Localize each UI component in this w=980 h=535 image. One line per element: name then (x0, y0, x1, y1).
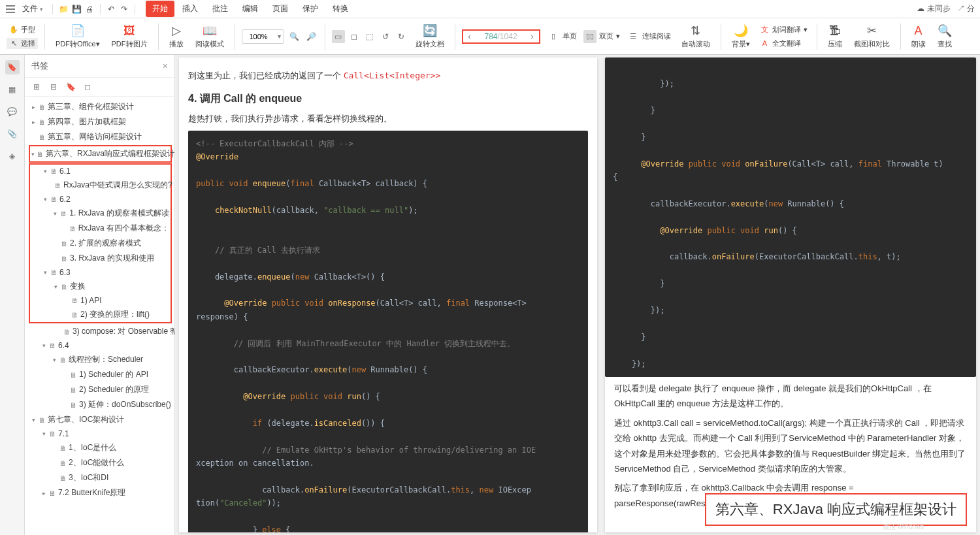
find-button[interactable]: 🔍查找 (934, 22, 956, 50)
zoom-control[interactable]: ▾ (242, 29, 284, 44)
ribbon-tabs: 开始 插入 批注 编辑 页面 保护 转换 (146, 1, 355, 17)
bookmark-item[interactable]: 🗎2) Scheduler 的原理 (29, 382, 174, 397)
double-page-label: 双页 (599, 31, 613, 41)
actual-size-icon[interactable]: ⬚ (363, 30, 376, 43)
document-viewport[interactable]: 到这里为止，我们已经成功的返回了一个 Call<List<Integer>> 4… (175, 55, 980, 535)
background-button[interactable]: 🌙背景▾ (728, 22, 754, 50)
bookmark-item[interactable]: ▾🗎变换 (30, 279, 171, 294)
thumbnail-icon[interactable]: ▦ (5, 82, 20, 97)
collapse-all-icon[interactable]: ⊟ (48, 82, 59, 92)
play-button[interactable]: ▷播放 (165, 22, 188, 50)
expand-all-icon[interactable]: ⊞ (31, 82, 42, 92)
close-panel-icon[interactable]: × (163, 61, 168, 71)
bookmark-item[interactable]: ▸🗎第三章、组件化框架设计 (29, 99, 174, 114)
zoom-in-icon[interactable]: 🔎 (305, 30, 318, 43)
bookmark-item[interactable]: ▸🗎第四章、图片加载框架 (29, 114, 174, 129)
bookmark-item[interactable]: 🗎2) 变换的原理：lift() (30, 307, 171, 322)
continuous-icon[interactable]: ☰ (627, 30, 640, 43)
read-mode[interactable]: 📖阅读模式 (191, 22, 228, 50)
rotate-right-icon[interactable]: ↻ (395, 30, 408, 43)
fit-width-icon[interactable]: ▭ (332, 30, 345, 43)
bookmark-item[interactable]: ▾🗎第六章、RXJava响应式编程框架设计 (30, 146, 171, 161)
zoom-out-icon[interactable]: 🔍 (288, 30, 301, 43)
page-left: 到这里为止，我们已经成功的返回了一个 Call<List<Integer>> 4… (179, 57, 597, 532)
attachment-icon[interactable]: 📎 (5, 127, 20, 141)
single-page-label: 单页 (563, 31, 577, 41)
crop-compare[interactable]: ✂截图和对比 (850, 22, 894, 50)
zoom-input[interactable] (242, 33, 275, 41)
pdf-to-office[interactable]: 📄PDF转Office▾ (52, 22, 104, 50)
bookmark-item[interactable]: 🗎RxJava 有四个基本概念： (30, 221, 171, 236)
bookmark-item[interactable]: ▾🗎1. RxJava 的观察者模式解读 (30, 206, 171, 221)
tab-insert[interactable]: 插入 (176, 1, 204, 17)
bookmark-item[interactable]: 🗎2、IoC能做什么 (29, 455, 174, 470)
tab-convert[interactable]: 转换 (326, 1, 355, 17)
bookmark-item[interactable]: ▸🗎7.2 ButterKnife原理 (29, 485, 174, 500)
bookmark-item[interactable]: 🗎2. 扩展的观察者模式 (30, 236, 171, 251)
fit-page-icon[interactable]: ◻ (348, 30, 361, 43)
hand-tool[interactable]: ✋手型 (7, 24, 38, 35)
page-current-input[interactable]: 784/1042 (475, 32, 527, 41)
bookmark-item[interactable]: 🗎3) compose: 对 Observable 整体的变换 (29, 324, 174, 339)
open-icon[interactable]: 📁 (58, 4, 69, 14)
bookmark-item[interactable]: 🗎3) 延伸：doOnSubscribe() (29, 397, 174, 412)
bookmark-panel: 书签 × ⊞ ⊟ 🔖 ◻ ▸🗎第三章、组件化框架设计▸🗎第四章、图片加载框架🗎第… (25, 55, 175, 535)
compress-button[interactable]: 🗜压缩 (824, 22, 846, 50)
undo-icon[interactable]: ↶ (106, 4, 116, 14)
windows-watermark: 激活 Windows (883, 523, 924, 532)
full-translate[interactable]: A全文翻译 (758, 38, 810, 49)
pdf-to-image[interactable]: 🖼PDF转图片 (108, 22, 152, 50)
bookmark-item[interactable]: ▾🗎7.1 (29, 427, 174, 440)
page-navigator[interactable]: ‹ 784/1042 › (462, 29, 540, 44)
tab-protect[interactable]: 保护 (296, 1, 325, 17)
text-para: 通过 okhttp3.Call call = serviceMethod.toC… (614, 415, 967, 477)
print-icon[interactable]: 🖨 (84, 4, 95, 14)
rotate-doc[interactable]: 🔄旋转文档 (412, 22, 448, 50)
bookmark-item[interactable]: 🗎1) API (30, 294, 171, 307)
bookmark-item[interactable]: 🗎RxJava中链式调用怎么实现的? (30, 178, 171, 193)
word-translate[interactable]: 文划词翻译▾ (758, 24, 810, 35)
bookmark-item[interactable]: ▾🗎第七章、IOC架构设计 (29, 412, 174, 427)
tab-page[interactable]: 页面 (266, 1, 295, 17)
comment-icon[interactable]: 💬 (5, 105, 20, 119)
ribbon-bookmark-icon[interactable]: ◻ (82, 82, 93, 92)
tab-annotate[interactable]: 批注 (206, 1, 235, 17)
bookmark-item[interactable]: ▾🗎6.4 (29, 339, 174, 352)
share-button[interactable]: ↗ 分 (957, 3, 975, 14)
layer-icon[interactable]: ◈ (5, 149, 20, 163)
text-line: 到这里为止，我们已经成功的返回了一个 Call<List<Integer>> (188, 68, 588, 83)
bookmark-item[interactable]: ▾🗎6.1 (30, 165, 171, 178)
file-menu[interactable]: 文件▾ (18, 2, 47, 16)
menu-hamburger-icon[interactable] (5, 4, 16, 14)
side-rail: 🔖 ▦ 💬 📎 ◈ (0, 55, 25, 535)
bookmark-item[interactable]: ▾🗎6.3 (30, 266, 171, 279)
redo-icon[interactable]: ↷ (119, 4, 129, 14)
next-page-icon[interactable]: › (529, 32, 536, 41)
add-bookmark-icon[interactable]: 🔖 (65, 82, 76, 92)
bookmark-item[interactable]: 🗎1) Scheduler 的 API (29, 367, 174, 382)
tab-start[interactable]: 开始 (146, 1, 174, 17)
double-page-icon[interactable]: ▯▯ (583, 30, 596, 43)
bookmark-item[interactable]: 🗎3、IoC和DI (29, 470, 174, 485)
bookmark-item[interactable]: 🗎3. RxJava 的实现和使用 (30, 251, 171, 266)
bookmark-tree[interactable]: ▸🗎第三章、组件化框架设计▸🗎第四章、图片加载框架🗎第五章、网络访问框架设计▾🗎… (25, 97, 174, 535)
read-aloud[interactable]: A朗读 (907, 22, 930, 50)
menubar: 文件▾ 📁 💾 🖨 ↶ ↷ 开始 插入 批注 编辑 页面 保护 转换 ☁ 未同步… (0, 0, 980, 18)
bookmark-icon[interactable]: 🔖 (5, 60, 20, 74)
code-block: }); } } @Override public void onFailure(… (605, 57, 976, 377)
sync-status[interactable]: ☁ 未同步 (917, 3, 950, 14)
rotate-left-icon[interactable]: ↺ (379, 30, 392, 43)
bookmark-item[interactable]: ▾🗎线程控制：Scheduler (29, 352, 174, 367)
bookmark-item[interactable]: 🗎第五章、网络访问框架设计 (29, 129, 174, 144)
bookmark-item[interactable]: 🗎1、IoC是什么 (29, 440, 174, 455)
select-tool[interactable]: ↖选择 (7, 38, 38, 49)
continuous-label: 连续阅读 (642, 31, 671, 41)
text-para: 可以看到是 delegate 执行了 enqueue 操作，而 delegate… (614, 381, 967, 412)
toolbar: ✋手型 ↖选择 📄PDF转Office▾ 🖼PDF转图片 ▷播放 📖阅读模式 ▾… (0, 18, 980, 55)
prev-page-icon[interactable]: ‹ (466, 32, 474, 41)
save-icon[interactable]: 💾 (71, 4, 82, 14)
bookmark-item[interactable]: ▾🗎6.2 (30, 193, 171, 206)
tab-edit[interactable]: 编辑 (236, 1, 265, 17)
auto-scroll[interactable]: ⇅自动滚动 (678, 22, 714, 50)
single-page-icon[interactable]: ▯ (547, 30, 560, 43)
